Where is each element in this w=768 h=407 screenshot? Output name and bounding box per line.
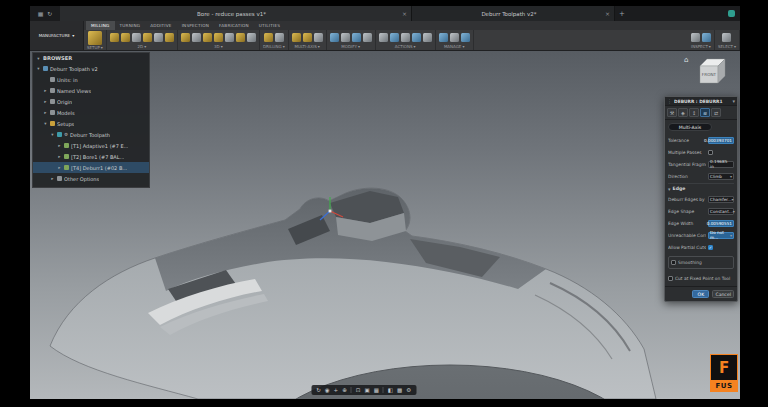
fixed-point-checkbox[interactable] xyxy=(668,276,673,281)
multi-axis-icon[interactable] xyxy=(314,33,323,42)
3d-toolpath-icon[interactable] xyxy=(225,33,234,42)
display-settings-icon[interactable]: ▦ xyxy=(374,387,379,393)
expand-caret-icon[interactable]: ▸ xyxy=(57,154,62,159)
2d-toolpath-icon[interactable] xyxy=(165,33,174,42)
tab-turning[interactable]: TURNING xyxy=(115,21,146,30)
unreachable-corner-select[interactable]: Do not m... ▾ xyxy=(708,232,734,239)
close-icon[interactable]: × xyxy=(402,10,407,17)
3d-toolpath-icon[interactable] xyxy=(247,33,256,42)
expand-caret-icon[interactable]: ▸ xyxy=(57,143,62,148)
group-label-actions[interactable]: ACTIONS ▾ xyxy=(395,43,416,50)
browser-item-units[interactable]: Units: in xyxy=(33,74,149,85)
2d-toolpath-icon[interactable] xyxy=(121,33,130,42)
multi-axis-button[interactable]: Multi-Axis xyxy=(668,123,712,131)
collapse-caret-icon[interactable]: ▾ xyxy=(668,186,671,192)
multi-axis-icon[interactable] xyxy=(303,33,312,42)
linking-tab-icon[interactable]: ⇄ xyxy=(711,108,721,117)
job-status-icon[interactable] xyxy=(728,10,735,17)
allow-partial-cuts-checkbox[interactable]: ✓ xyxy=(708,245,713,250)
tab-additive[interactable]: ADDITIVE xyxy=(145,21,176,30)
edge-section-header[interactable]: ▾ Edge xyxy=(668,183,734,193)
group-label-setup[interactable]: SETUP ▾ xyxy=(87,45,103,50)
close-icon[interactable]: × xyxy=(605,10,610,17)
browser-item-setup-deburr[interactable]: ▾ ⚙ Deburr Toolpath xyxy=(33,129,149,140)
view-cube[interactable]: ⌂ FRONT xyxy=(684,54,732,92)
expand-caret-icon[interactable]: ▸ xyxy=(43,110,48,115)
tolerance-input[interactable]: 0.000393701 xyxy=(708,137,734,144)
fit-icon[interactable]: ▣ xyxy=(364,387,369,393)
inspect-icon[interactable] xyxy=(691,33,700,42)
layout-grid-icon[interactable]: ◧ xyxy=(388,387,393,393)
group-label-multi-axis[interactable]: MULTI-AXIS ▾ xyxy=(295,43,320,50)
collapse-caret-icon[interactable]: ▾ xyxy=(36,56,41,61)
browser-header[interactable]: ▾ BROWSER xyxy=(33,53,149,63)
group-label-manage[interactable]: MANAGE ▾ xyxy=(444,43,465,50)
machined-part-model[interactable] xyxy=(50,188,656,399)
inspect-icon[interactable] xyxy=(702,33,711,42)
tool-tab-icon[interactable]: ⚒ xyxy=(667,108,677,117)
group-label-inspect[interactable]: INSPECT ▾ xyxy=(691,43,711,50)
tab-utilities[interactable]: UTILITIES xyxy=(254,21,285,30)
expand-caret-icon[interactable]: ▸ xyxy=(50,176,55,181)
select-icon[interactable] xyxy=(722,33,731,42)
group-label-2d[interactable]: 2D ▾ xyxy=(138,43,147,50)
modify-icon[interactable] xyxy=(330,33,339,42)
cancel-button[interactable]: Cancel xyxy=(712,290,734,298)
multiple-passes-checkbox[interactable] xyxy=(708,150,713,155)
manage-icon[interactable] xyxy=(450,33,459,42)
chevron-down-icon[interactable]: ▾ xyxy=(732,98,735,104)
3d-toolpath-icon[interactable] xyxy=(181,33,190,42)
2d-toolpath-icon[interactable] xyxy=(110,33,119,42)
group-label-select[interactable]: SELECT ▾ xyxy=(718,43,736,50)
settings-icon[interactable]: ⚙ xyxy=(406,387,411,393)
geometry-tab-icon[interactable]: ◈ xyxy=(678,108,688,117)
expand-caret-icon[interactable]: ▸ xyxy=(57,165,62,170)
action-icon[interactable] xyxy=(379,33,388,42)
browser-item-setups[interactable]: ▾ Setups xyxy=(33,118,149,129)
grid-snap-icon[interactable]: ▩ xyxy=(397,387,402,393)
zoom-window-icon[interactable]: ⊡ xyxy=(356,387,361,393)
group-label-3d[interactable]: 3D ▾ xyxy=(214,43,223,50)
browser-item-models[interactable]: ▸ Models xyxy=(33,107,149,118)
edge-width-input[interactable]: 0.00590551 xyxy=(708,220,734,227)
modify-icon[interactable] xyxy=(363,33,372,42)
direction-select[interactable]: Climb ▾ xyxy=(708,173,734,180)
browser-item-origin[interactable]: ▸ Origin xyxy=(33,96,149,107)
new-setup-icon[interactable] xyxy=(88,31,102,45)
2d-toolpath-icon[interactable] xyxy=(154,33,163,42)
drilling-icon[interactable] xyxy=(264,33,273,42)
zoom-icon[interactable]: ⊕ xyxy=(342,387,347,393)
app-grid-icon[interactable]: ▦ xyxy=(38,10,44,17)
tangential-fragment-input[interactable]: 0.19685 in xyxy=(708,161,734,168)
browser-item-other-options[interactable]: ▸ Other Options xyxy=(33,173,149,184)
heights-tab-icon[interactable]: ↕ xyxy=(689,108,699,117)
3d-toolpath-icon[interactable] xyxy=(236,33,245,42)
orbit-icon[interactable]: ↻ xyxy=(316,387,321,393)
modify-icon[interactable] xyxy=(341,33,350,42)
group-label-modify[interactable]: MODIFY ▾ xyxy=(341,43,360,50)
browser-item-adaptive1[interactable]: ▸ [T1] Adaptive1 (#7 E... xyxy=(33,140,149,151)
tab-inspection[interactable]: INSPECTION xyxy=(177,21,214,30)
manage-icon[interactable] xyxy=(439,33,448,42)
multi-axis-icon[interactable] xyxy=(292,33,301,42)
3d-toolpath-icon[interactable] xyxy=(214,33,223,42)
dialog-header[interactable]: ⋮ DEBURR : DEBURR1 ▾ xyxy=(665,97,737,106)
group-label-drilling[interactable]: DRILLING ▾ xyxy=(263,43,285,50)
history-icon[interactable]: ↻ xyxy=(47,10,52,17)
drilling-icon[interactable] xyxy=(275,33,284,42)
3d-toolpath-icon[interactable] xyxy=(192,33,201,42)
document-tab-deburr[interactable]: Deburr Toolpath v2* × xyxy=(412,6,615,21)
expand-caret-icon[interactable]: ▾ xyxy=(43,121,48,126)
action-icon[interactable] xyxy=(390,33,399,42)
modify-icon[interactable] xyxy=(352,33,361,42)
3d-toolpath-icon[interactable] xyxy=(203,33,212,42)
document-tab-bore[interactable]: Bore - reduce passes v1* × xyxy=(60,6,412,21)
passes-tab-icon[interactable]: ≋ xyxy=(700,108,710,117)
expand-caret-icon[interactable]: ▸ xyxy=(43,88,48,93)
deburr-edges-by-select[interactable]: Chamfer... ▾ xyxy=(708,196,734,203)
edge-shape-select[interactable]: Constant... ▾ xyxy=(708,208,734,215)
look-at-icon[interactable]: ◉ xyxy=(325,387,330,393)
action-icon[interactable] xyxy=(423,33,432,42)
workspace-selector[interactable]: MANUFACTURE ▾ xyxy=(30,21,84,50)
smoothing-checkbox[interactable] xyxy=(671,260,676,265)
